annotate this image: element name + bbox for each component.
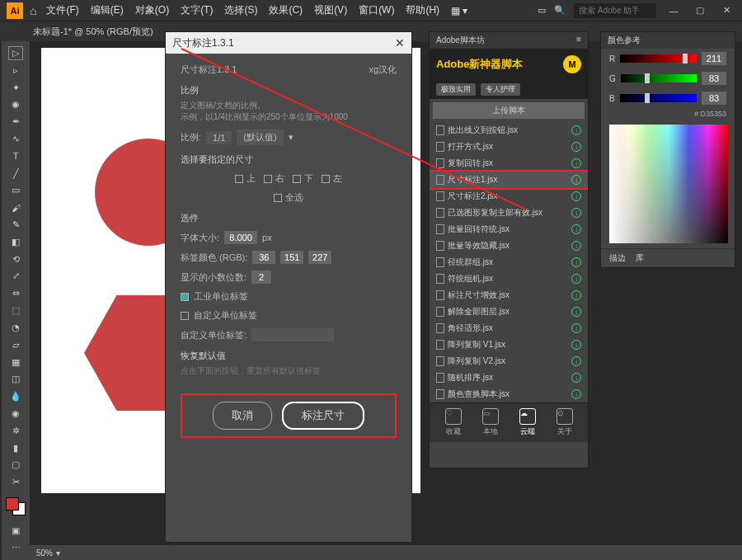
gradient-tool[interactable]: ◫ xyxy=(9,373,22,385)
scripts-category[interactable]: 上传脚本 xyxy=(433,102,585,119)
color-r-input[interactable] xyxy=(252,251,275,264)
stroke-tab[interactable]: 描边 xyxy=(609,252,626,264)
script-item[interactable]: 批量等效隐藏.jsx↓ xyxy=(430,238,588,254)
custom-unit-input[interactable] xyxy=(251,328,334,341)
bottom-nav-item[interactable]: ☁云端 xyxy=(519,408,536,437)
magic-wand-tool[interactable]: ✦ xyxy=(9,82,22,94)
script-item[interactable]: 批出线义到按钮.jsx↓ xyxy=(430,122,588,139)
menu-layout-icon[interactable]: ▦ ▾ xyxy=(451,5,467,16)
library-tab[interactable]: 库 xyxy=(636,252,644,264)
download-icon[interactable]: ↓ xyxy=(571,257,581,267)
eyedropper-tool[interactable]: 💧 xyxy=(9,390,22,402)
edit-toolbar-icon[interactable]: ⋯ xyxy=(9,542,22,554)
script-item[interactable]: 标注尺寸增效.jsx↓ xyxy=(430,287,588,304)
slice-tool[interactable]: ✂ xyxy=(9,476,22,488)
g-slider[interactable] xyxy=(621,74,697,82)
script-item[interactable]: 径统群组.jsx↓ xyxy=(430,254,588,271)
chk-bottom[interactable]: 下 xyxy=(293,172,313,185)
line-tool[interactable]: ╱ xyxy=(9,167,22,180)
chk-industrial[interactable]: 工业单位标签 xyxy=(181,290,397,303)
script-item[interactable]: 打开方式.jsx↓ xyxy=(430,139,588,155)
chk-custom[interactable]: 自定义单位标签 xyxy=(181,309,397,322)
blend-tool[interactable]: ◉ xyxy=(9,407,22,420)
menu-effect[interactable]: 效果(C) xyxy=(269,3,303,17)
scripts-tab-1[interactable]: 极致实用 xyxy=(436,83,476,96)
decimals-input[interactable] xyxy=(251,271,271,284)
script-item[interactable]: 符统组机.jsx↓ xyxy=(430,271,588,287)
type-tool[interactable]: T xyxy=(9,150,22,162)
scale-default-dropdown[interactable]: (默认值) xyxy=(237,129,283,145)
font-size-input[interactable] xyxy=(224,231,257,244)
r-input[interactable] xyxy=(702,52,726,65)
home-icon[interactable]: ⌂ xyxy=(30,4,36,17)
mesh-tool[interactable]: ▦ xyxy=(9,356,22,369)
menu-type[interactable]: 文字(T) xyxy=(181,3,213,17)
menu-view[interactable]: 视图(V) xyxy=(314,3,347,17)
download-icon[interactable]: ↓ xyxy=(571,224,581,234)
download-icon[interactable]: ↓ xyxy=(571,340,581,350)
width-tool[interactable]: ⇔ xyxy=(9,287,22,299)
download-icon[interactable]: ↓ xyxy=(571,158,581,168)
column-graph-tool[interactable]: ▮ xyxy=(9,442,22,454)
bottom-nav-item[interactable]: ▭本地 xyxy=(482,408,499,437)
menu-help[interactable]: 帮助(H) xyxy=(406,3,439,17)
dropdown-chevron-icon[interactable]: ▾ xyxy=(289,132,294,143)
color-g-input[interactable] xyxy=(280,251,303,264)
chk-all[interactable]: 全选 xyxy=(274,191,303,204)
dialog-titlebar[interactable]: 尺寸标注1.3.1 ✕ xyxy=(166,32,411,54)
scale-dropdown[interactable]: 1/1 xyxy=(206,131,232,144)
r-slider[interactable] xyxy=(620,54,697,63)
download-icon[interactable]: ↓ xyxy=(571,191,581,201)
chk-left[interactable]: 左 xyxy=(322,172,342,185)
direct-selection-tool[interactable]: ▹ xyxy=(9,64,22,77)
pen-tool[interactable]: ✒ xyxy=(9,115,22,128)
selection-tool[interactable]: ▷ xyxy=(9,47,22,59)
perspective-tool[interactable]: ▱ xyxy=(9,339,22,351)
chk-right[interactable]: 右 xyxy=(264,172,284,185)
download-icon[interactable]: ↓ xyxy=(571,274,581,284)
artboard-tool[interactable]: ▢ xyxy=(9,459,22,472)
script-list[interactable]: 批出线义到按钮.jsx↓打开方式.jsx↓复制回转.jsx↓尺寸标注1.jsx↓… xyxy=(430,122,588,402)
window-restore-icon[interactable]: ▢ xyxy=(691,3,709,18)
panel-menu-icon[interactable]: ≡ xyxy=(576,35,581,46)
script-item[interactable]: 随机排序.jsx↓ xyxy=(430,369,588,386)
script-item[interactable]: 已选图形复制主部有效.jsx↓ xyxy=(430,205,588,221)
download-icon[interactable]: ↓ xyxy=(571,208,581,218)
eraser-tool[interactable]: ◧ xyxy=(9,236,22,248)
arrange-icon[interactable]: ▭ xyxy=(538,5,546,16)
color-b-input[interactable] xyxy=(308,251,331,264)
dialog-close-icon[interactable]: ✕ xyxy=(395,36,405,49)
free-transform-tool[interactable]: ⬚ xyxy=(9,304,22,317)
download-icon[interactable]: ↓ xyxy=(571,373,581,383)
rotate-tool[interactable]: ⟲ xyxy=(9,253,22,266)
scripts-tab-2[interactable]: 专人护理 xyxy=(481,83,520,96)
menu-object[interactable]: 对象(O) xyxy=(135,3,169,17)
download-icon[interactable]: ↓ xyxy=(571,356,581,366)
fg-color-swatch[interactable] xyxy=(6,497,19,511)
script-item[interactable]: 复制回转.jsx↓ xyxy=(430,155,588,172)
bottom-nav-item[interactable]: ⊙关于 xyxy=(556,408,573,437)
color-swatches[interactable] xyxy=(6,497,26,515)
menu-edit[interactable]: 编辑(E) xyxy=(91,3,124,17)
screen-mode-tool[interactable]: ▣ xyxy=(9,525,22,537)
script-item[interactable]: 颜色查换脚本.jsx↓ xyxy=(430,386,588,402)
download-icon[interactable]: ↓ xyxy=(571,290,581,300)
b-slider[interactable] xyxy=(620,94,697,102)
script-item[interactable]: 解除全部图层.jsx↓ xyxy=(430,304,588,320)
symbol-sprayer-tool[interactable]: ✲ xyxy=(9,425,22,437)
color-picker[interactable] xyxy=(609,125,728,243)
download-icon[interactable]: ↓ xyxy=(571,142,581,152)
download-icon[interactable]: ↓ xyxy=(571,307,581,317)
scale-tool[interactable]: ⤢ xyxy=(9,271,22,283)
menu-file[interactable]: 文件(F) xyxy=(46,3,78,17)
paintbrush-tool[interactable]: 🖌 xyxy=(9,201,22,214)
download-icon[interactable]: ↓ xyxy=(571,175,581,185)
script-item[interactable]: 降列复制 V1.jsx↓ xyxy=(430,336,588,353)
shape-builder-tool[interactable]: ◔ xyxy=(9,322,22,334)
download-icon[interactable]: ↓ xyxy=(571,125,581,135)
rectangle-tool[interactable]: ▭ xyxy=(9,185,22,197)
menu-select[interactable]: 选择(S) xyxy=(224,3,257,17)
script-item[interactable]: 批量回转符统.jsx↓ xyxy=(430,221,588,238)
shaper-tool[interactable]: ✎ xyxy=(9,219,22,231)
download-icon[interactable]: ↓ xyxy=(571,241,581,251)
